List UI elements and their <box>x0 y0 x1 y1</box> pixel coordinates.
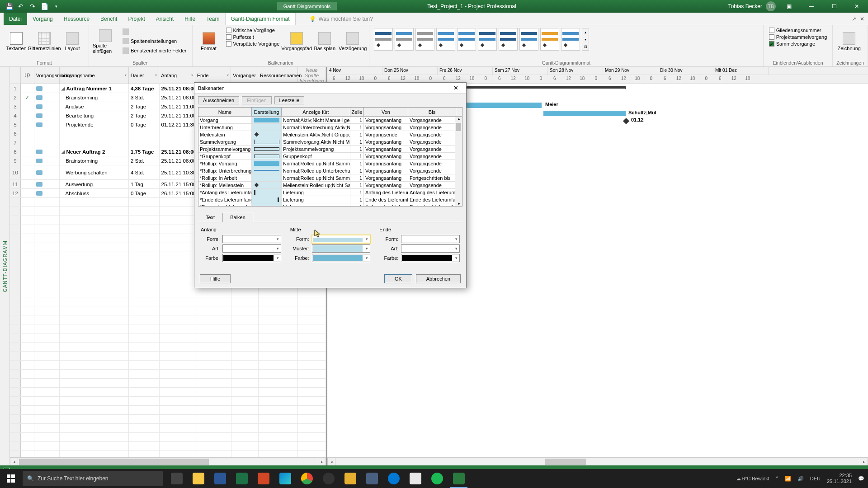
explorer-icon[interactable] <box>188 469 209 488</box>
btn-basisplan[interactable]: Basisplan <box>312 27 337 56</box>
th-name[interactable]: Name <box>198 108 252 116</box>
combo-mitte-farbe[interactable] <box>312 254 371 262</box>
th-von[interactable]: Von <box>364 108 408 116</box>
combo-ende-form[interactable] <box>401 235 460 243</box>
barstyle-row[interactable]: *Rollup: In ArbeitNormal;Rolled up;Nicht… <box>198 174 462 182</box>
ribbon-share-icon[interactable]: ↗ <box>852 16 856 22</box>
user-name[interactable]: Tobias Becker <box>728 3 762 9</box>
user-avatar[interactable]: TB <box>766 1 776 11</box>
chk-late[interactable]: Verspätete Vorgänge <box>224 41 282 47</box>
tab-file[interactable]: Datei <box>4 13 27 25</box>
save-icon[interactable]: 💾 <box>5 3 13 10</box>
powerpoint-icon[interactable] <box>253 469 274 488</box>
barstyle-row[interactable]: *Rollup: MeilensteinMeilenstein;Rolled u… <box>198 182 462 189</box>
combo-mitte-muster[interactable] <box>312 244 371 253</box>
th-darstellung[interactable]: Darstellung <box>252 108 282 116</box>
edge-icon[interactable] <box>275 469 296 488</box>
barstyle-row[interactable]: UnterbrechungNormal;Unterbrechung;Aktiv;… <box>198 124 462 131</box>
barstyle-row[interactable]: *Ende des LieferumfangsLieferung1Ende de… <box>198 196 462 203</box>
chk-project-summary[interactable]: Projektsammelvorgang <box>767 34 829 40</box>
dialog-titlebar[interactable]: Balkenarten ✕ <box>194 83 466 94</box>
app-icon[interactable] <box>362 469 382 488</box>
weather-widget[interactable]: ☁ 6°C Bewölkt <box>736 476 769 482</box>
tab-projekt[interactable]: Projekt <box>123 13 150 25</box>
tab-ressource[interactable]: Ressource <box>58 13 95 25</box>
spotify-icon[interactable] <box>427 469 448 488</box>
btn-vorgangspfad[interactable]: Vorgangspfad <box>284 27 309 56</box>
tab-ansicht[interactable]: Ansicht <box>151 13 179 25</box>
barstyle-row[interactable]: *Anfang des LieferumfanLieferung1Anfang … <box>198 189 462 196</box>
btn-layout[interactable]: Layout <box>60 27 85 56</box>
btn-help[interactable]: Hilfe <box>200 274 231 283</box>
col-start[interactable]: Anfang▾ <box>159 67 195 84</box>
minimize-button[interactable]: — <box>802 0 821 13</box>
btn-textarten[interactable]: Textarten <box>4 27 29 56</box>
col-new[interactable]: Neue Spalte hinzufügen <box>298 67 326 84</box>
btn-insert-column[interactable]: Spalte einfügen <box>93 27 118 56</box>
tab-gantt-format[interactable]: Gantt-Diagramm Format <box>225 13 296 25</box>
chk-summary[interactable]: ✓Sammelvorgänge <box>767 41 829 47</box>
th-anzeige[interactable]: Anzeige für: <box>282 108 350 116</box>
col-pred[interactable]: Vorgänger▾ <box>231 67 258 84</box>
gallery-dropdown[interactable]: ▴▾⊟ <box>582 28 589 51</box>
edge-icon[interactable] <box>383 469 404 488</box>
btn-gitternetzlinien[interactable]: Gitternetzlinien <box>32 27 57 56</box>
gantt-timescale[interactable]: 4 NovDon 25 NovFre 26 NovSam 27 NovSon 2… <box>327 67 868 84</box>
word-icon[interactable] <box>210 469 231 488</box>
barstyle-row[interactable]: ProjektsammelvorgangProjektsammelvorgang… <box>198 145 462 153</box>
maximize-button[interactable]: ☐ <box>825 0 844 13</box>
excel-icon[interactable] <box>231 469 252 488</box>
btn-cut[interactable]: Ausschneiden <box>198 96 239 104</box>
btn-col-opt-1[interactable] <box>121 27 189 36</box>
app-icon[interactable] <box>318 469 339 488</box>
tab-hilfe[interactable]: Hilfe <box>179 13 201 25</box>
col-rownum[interactable] <box>10 67 21 84</box>
col-end[interactable]: Ende▾ <box>195 67 231 84</box>
col-mode[interactable]: Vorgangsmodus▾ <box>34 67 60 84</box>
barstyle-row[interactable]: *GruppenkopfGruppenkopf1VorgangsanfangVo… <box>198 153 462 160</box>
tray-clock[interactable]: 22:3525.11.2021 <box>827 473 852 484</box>
gantt-milestone[interactable] <box>623 118 629 124</box>
ribbon-options-icon[interactable]: ▣ <box>779 0 798 13</box>
col-res[interactable]: Ressourcennamen▾ <box>258 67 298 84</box>
barstyle-row[interactable]: SammelvorgangSammelvorgang;Aktiv;Nicht M… <box>198 138 462 145</box>
project-icon[interactable] <box>448 469 469 488</box>
taskview-icon[interactable] <box>166 469 187 488</box>
col-name[interactable]: Vorgangsname▾ <box>60 67 129 84</box>
btn-blank-row[interactable]: Leerzeile <box>274 96 305 104</box>
tab-bericht[interactable]: Bericht <box>95 13 123 25</box>
close-button[interactable]: ✕ <box>847 0 866 13</box>
combo-ende-art[interactable] <box>401 244 460 253</box>
taskbar-search[interactable]: 🔍 Zur Suche Text hier eingeben <box>23 471 163 486</box>
combo-anfang-art[interactable] <box>222 244 281 253</box>
barstyle-row[interactable]: *Rollup: VorgangNormal;Rolled up;Nicht S… <box>198 160 462 167</box>
tab-vorgang[interactable]: Vorgang <box>27 13 58 25</box>
dialog-close-button[interactable]: ✕ <box>449 84 462 91</box>
combo-ende-farbe[interactable] <box>401 254 460 262</box>
barstyle-row[interactable]: *Dauer des LieferumfangLieferung1Anfang … <box>198 203 462 206</box>
tray-notifications-icon[interactable]: 💬 <box>858 476 864 482</box>
btn-verzoegerung[interactable]: Verzögerung <box>340 27 365 56</box>
tray-volume-icon[interactable]: 🔊 <box>797 476 804 482</box>
grid-hscroll[interactable]: ◂▸ <box>10 457 326 465</box>
dialog-vscroll[interactable]: ▴ ▾ <box>455 117 462 206</box>
tray-chevron-icon[interactable]: ˄ <box>776 476 778 482</box>
btn-drawing[interactable]: Zeichnung <box>836 27 862 56</box>
barstyle-row[interactable]: *Rollup: UnterbrechungNormal;Rolled up;U… <box>198 167 462 174</box>
view-bar[interactable]: GANTT-DIAGRAMM <box>0 67 10 465</box>
th-zeile[interactable]: Zeile <box>350 108 364 116</box>
subtab-text[interactable]: Text <box>198 213 222 222</box>
gantt-task-bar[interactable] <box>543 111 626 116</box>
gantt-style-gallery[interactable]: ▴▾⊟ <box>373 27 590 52</box>
chk-critical[interactable]: Kritische Vorgänge <box>224 27 282 33</box>
barstyle-row[interactable]: VorgangNormal;Aktiv;Nicht Manuell gepla1… <box>198 117 462 124</box>
app-icon[interactable] <box>340 469 361 488</box>
btn-bs-format[interactable]: Format <box>196 27 222 56</box>
undo-icon[interactable]: ↶ <box>17 3 24 10</box>
gantt-hscroll[interactable]: ◂▸ <box>327 457 868 465</box>
tell-me-search[interactable]: 💡 Was möchten Sie tun? <box>309 13 373 25</box>
chk-outline-num[interactable]: Gliederungsnummer <box>767 27 829 33</box>
new-icon[interactable]: 📄 <box>41 3 48 10</box>
btn-custom-fields[interactable]: Benutzerdefinierte Felder <box>121 46 189 55</box>
btn-paste[interactable]: Einfügen <box>242 96 271 104</box>
